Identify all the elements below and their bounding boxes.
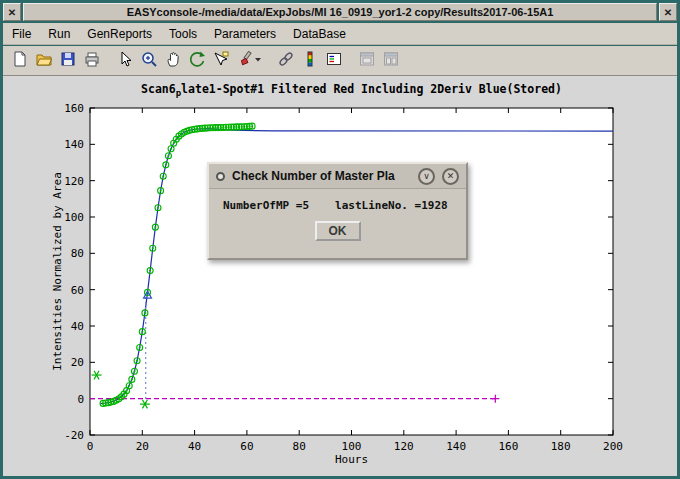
dialog-collapse-button[interactable]: ∨ <box>418 168 435 185</box>
figure-area: 020406080100120140160180200-200204060801… <box>3 76 677 476</box>
rotate-3d-icon <box>188 50 206 72</box>
svg-text:140: 140 <box>446 440 466 453</box>
menu-parameters[interactable]: Parameters <box>214 27 276 41</box>
hide-plot-tools-icon <box>358 50 376 72</box>
menubar: FileRunGenReportsToolsParametersDataBase <box>3 23 677 45</box>
svg-text:120: 120 <box>394 440 414 453</box>
data-cursor-button[interactable] <box>209 49 233 73</box>
show-plot-tools-button <box>379 49 403 73</box>
dialog-fields: NumberOfMP =5 lastLineNo. =1928 <box>221 199 454 212</box>
pointer-icon <box>116 50 134 72</box>
dropdown-caret-icon <box>254 50 262 72</box>
svg-text:80: 80 <box>71 247 84 260</box>
svg-text:100: 100 <box>64 211 84 224</box>
menu-file[interactable]: File <box>12 27 31 41</box>
svg-text:40: 40 <box>188 440 201 453</box>
print-icon <box>83 50 101 72</box>
menu-genreports[interactable]: GenReports <box>87 27 152 41</box>
svg-text:200: 200 <box>603 440 623 453</box>
brush-icon <box>236 50 254 72</box>
brush-button[interactable] <box>233 49 265 73</box>
window-title: EASYconsole-/media/data/ExpJobs/MI 16_09… <box>23 3 657 21</box>
save-button[interactable] <box>56 49 80 73</box>
link-plot-button[interactable] <box>274 49 298 73</box>
svg-text:160: 160 <box>498 440 518 453</box>
svg-text:40: 40 <box>71 320 84 333</box>
rotate-3d-button[interactable] <box>185 49 209 73</box>
svg-text:100: 100 <box>342 440 362 453</box>
pointer-button[interactable] <box>113 49 137 73</box>
svg-text:180: 180 <box>551 440 571 453</box>
show-plot-tools-icon <box>382 50 400 72</box>
insert-legend-icon <box>325 50 343 72</box>
zoom-in-icon <box>140 50 158 72</box>
svg-text:60: 60 <box>240 440 253 453</box>
dialog-field-lastlineno: lastLineNo. =1928 <box>335 199 448 212</box>
svg-text:Scan6plate1-Spot#1 Filtered Re: Scan6plate1-Spot#1 Filtered Red Includin… <box>141 82 562 98</box>
svg-text:Hours: Hours <box>335 453 368 466</box>
insert-legend-button[interactable] <box>322 49 346 73</box>
svg-text:60: 60 <box>71 284 84 297</box>
dialog-close-button[interactable]: ✕ <box>442 168 459 185</box>
hide-plot-tools-button <box>355 49 379 73</box>
pan-button[interactable] <box>161 49 185 73</box>
svg-text:160: 160 <box>64 102 84 115</box>
close-icon: ✕ <box>664 7 672 18</box>
insert-colorbar-icon <box>301 50 319 72</box>
toolbar <box>3 46 677 76</box>
svg-text:80: 80 <box>293 440 306 453</box>
new-button[interactable] <box>8 49 32 73</box>
dialog-check-master-plates: Check Number of Master Pla ∨ ✕ NumberOfM… <box>207 162 468 260</box>
svg-text:120: 120 <box>64 175 84 188</box>
menu-database[interactable]: DataBase <box>293 27 346 41</box>
svg-text:20: 20 <box>136 440 149 453</box>
save-icon <box>59 50 77 72</box>
open-icon <box>35 50 53 72</box>
close-icon: ✕ <box>447 171 455 181</box>
window-titlebar[interactable]: ✕ EASYconsole-/media/data/ExpJobs/MI 16_… <box>3 3 677 21</box>
window-close-left-button[interactable]: ✕ <box>3 3 21 21</box>
link-plot-icon <box>277 50 295 72</box>
new-icon <box>11 50 29 72</box>
window-close-button[interactable]: ✕ <box>659 3 677 21</box>
dialog-body: NumberOfMP =5 lastLineNo. =1928 OK <box>209 189 466 247</box>
svg-text:Intensities Normalized by Area: Intensities Normalized by Area <box>51 172 64 371</box>
svg-text:20: 20 <box>71 356 84 369</box>
dialog-titlebar[interactable]: Check Number of Master Pla ∨ ✕ <box>209 164 466 189</box>
menu-run[interactable]: Run <box>48 27 70 41</box>
dialog-title: Check Number of Master Pla <box>232 169 411 183</box>
zoom-in-button[interactable] <box>137 49 161 73</box>
dialog-field-numberofmp: NumberOfMP =5 <box>223 199 309 212</box>
svg-text:-20: -20 <box>64 429 84 442</box>
svg-text:0: 0 <box>77 393 84 406</box>
svg-text:140: 140 <box>64 138 84 151</box>
pan-icon <box>164 50 182 72</box>
chevron-down-icon: ∨ <box>423 171 430 181</box>
figure-svg[interactable]: 020406080100120140160180200-200204060801… <box>3 76 677 476</box>
open-button[interactable] <box>32 49 56 73</box>
svg-text:0: 0 <box>87 440 94 453</box>
data-cursor-icon <box>212 50 230 72</box>
print-button[interactable] <box>80 49 104 73</box>
dialog-icon <box>216 172 225 181</box>
toolbar-separator <box>265 50 274 72</box>
menu-tools[interactable]: Tools <box>169 27 197 41</box>
close-icon: ✕ <box>8 7 16 18</box>
toolbar-separator <box>346 50 355 72</box>
insert-colorbar-button[interactable] <box>298 49 322 73</box>
toolbar-separator <box>104 50 113 72</box>
ok-button[interactable]: OK <box>315 221 361 241</box>
